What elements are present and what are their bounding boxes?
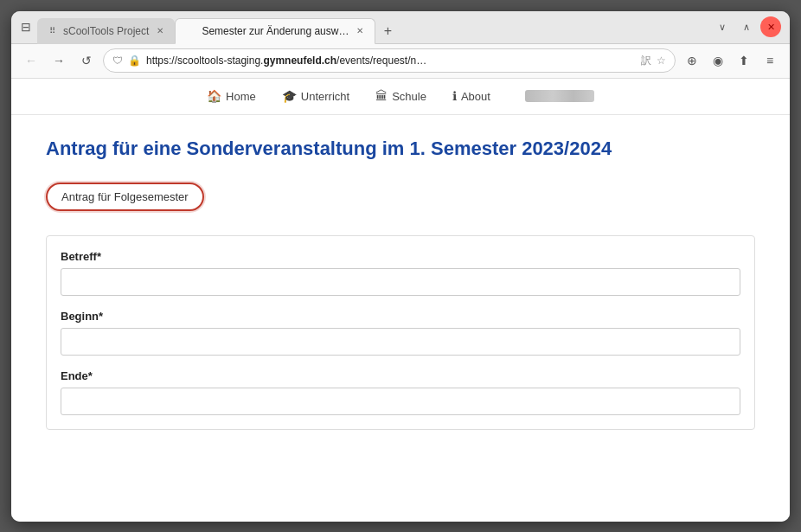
tab-semester[interactable]: Semester zur Änderung ausw… ✕ xyxy=(175,18,375,44)
beginn-input[interactable] xyxy=(61,328,740,356)
ende-label: Ende* xyxy=(61,369,740,382)
betreff-input[interactable] xyxy=(61,268,740,296)
form-group-ende: Ende* xyxy=(61,369,740,415)
ende-input[interactable] xyxy=(61,388,740,415)
title-bar: ⊟ ⠿ sCoolTools Project ✕ Semester zur Än… xyxy=(11,11,790,44)
page-title: Antrag für eine Sonderveranstaltung im 1… xyxy=(46,137,755,162)
form-group-betreff: Betreff* xyxy=(61,250,740,296)
form-section: Betreff* Beginn* Ende* xyxy=(46,235,755,430)
nav-about-label: About xyxy=(461,90,490,103)
dropdown-button[interactable]: ∨ xyxy=(712,16,733,37)
browser-app-icon: ⊟ xyxy=(18,19,34,35)
title-bar-controls: ∨ ∧ ✕ xyxy=(703,11,790,43)
tab1-favicon: ⠿ xyxy=(46,25,58,37)
minimize-button[interactable]: ∧ xyxy=(736,16,757,37)
address-url: https://scooltools-staging.gymneufeld.ch… xyxy=(146,54,636,67)
translate-icon[interactable]: 訳 xyxy=(641,54,651,68)
nav-bar: ← → ↺ 🛡 🔒 https://scooltools-staging.gym… xyxy=(11,44,790,79)
schule-icon: 🏛 xyxy=(375,89,388,103)
close-window-button[interactable]: ✕ xyxy=(760,16,781,37)
tab-scooltools[interactable]: ⠿ sCoolTools Project ✕ xyxy=(37,18,175,44)
shield-icon: 🛡 xyxy=(112,54,123,67)
tab1-label: sCoolTools Project xyxy=(63,25,149,37)
nav-schule-label: Schule xyxy=(392,90,426,103)
form-group-beginn: Beginn* xyxy=(61,310,740,356)
nav-unterricht-label: Unterricht xyxy=(301,90,349,103)
shield-tool-button[interactable]: ⊕ xyxy=(681,49,703,72)
nav-tools: ⊕ ◉ ⬆ ≡ xyxy=(681,49,781,72)
tab2-favicon xyxy=(184,25,196,37)
address-bar[interactable]: 🛡 🔒 https://scooltools-staging.gymneufel… xyxy=(103,48,676,73)
menu-button[interactable]: ≡ xyxy=(759,49,781,72)
about-icon: ℹ xyxy=(452,89,457,103)
new-tab-button[interactable]: + xyxy=(375,19,400,43)
site-nav: 🏠 Home 🎓 Unterricht 🏛 Schule ℹ About xyxy=(11,79,790,115)
reload-button[interactable]: ↺ xyxy=(75,49,98,72)
lock-icon: 🔒 xyxy=(128,54,141,67)
beginn-label: Beginn* xyxy=(61,310,740,323)
tab2-close-button[interactable]: ✕ xyxy=(354,25,366,37)
unterricht-icon: 🎓 xyxy=(282,89,297,103)
forward-button[interactable]: → xyxy=(48,49,70,72)
nav-schule[interactable]: 🏛 Schule xyxy=(375,89,426,103)
nav-home[interactable]: 🏠 Home xyxy=(207,89,256,103)
nav-unterricht[interactable]: 🎓 Unterricht xyxy=(282,89,349,103)
share-button[interactable]: ⬆ xyxy=(733,49,755,72)
nav-home-label: Home xyxy=(226,90,256,103)
tab2-label: Semester zur Änderung ausw… xyxy=(202,25,349,37)
tab1-close-button[interactable]: ✕ xyxy=(154,25,166,37)
tabs-area: ⠿ sCoolTools Project ✕ Semester zur Ände… xyxy=(34,11,703,43)
main-content: Antrag für eine Sonderveranstaltung im 1… xyxy=(11,115,790,522)
star-icon[interactable]: ☆ xyxy=(657,54,666,67)
user-profile-area xyxy=(525,90,594,102)
browser-window: ⊟ ⠿ sCoolTools Project ✕ Semester zur Än… xyxy=(11,11,790,522)
nav-about[interactable]: ℹ About xyxy=(452,89,490,103)
back-button[interactable]: ← xyxy=(20,49,42,72)
home-icon: 🏠 xyxy=(207,89,221,103)
folgesemester-button[interactable]: Antrag für Folgesemester xyxy=(46,183,204,211)
betreff-label: Betreff* xyxy=(61,250,740,263)
title-bar-left: ⊟ xyxy=(18,11,34,43)
profile-button[interactable]: ◉ xyxy=(707,49,729,72)
